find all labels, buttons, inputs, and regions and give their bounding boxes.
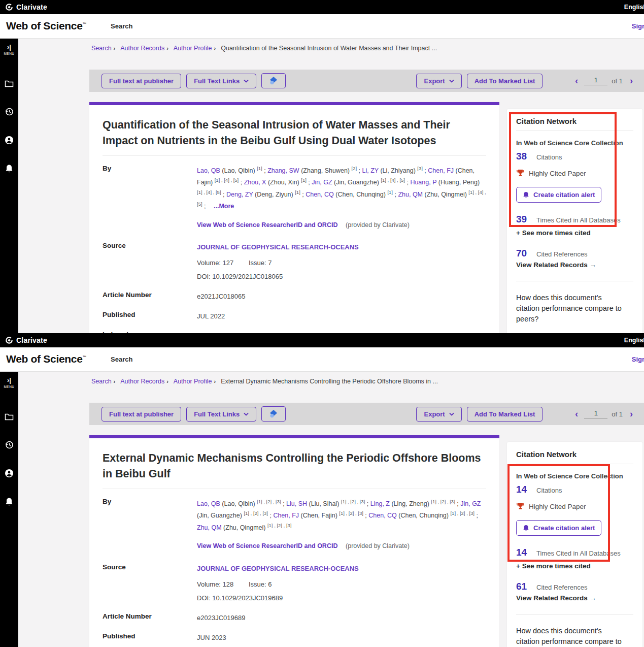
author-fullname: (Chen, Chunqing) <box>334 191 388 198</box>
next-page-button[interactable]: › <box>628 76 635 86</box>
collapse-menu-icon: ›| <box>7 377 11 383</box>
history-icon[interactable] <box>5 107 14 116</box>
account-icon[interactable] <box>5 136 14 145</box>
wos-trademark: ™ <box>83 355 87 360</box>
researcher-row: View Web of Science ResearcherID and ORC… <box>103 219 486 231</box>
see-more-times-cited-link[interactable]: + See more times cited <box>516 562 633 570</box>
create-citation-alert-button[interactable]: Create citation alert <box>516 187 601 203</box>
researcherid-orcid-link[interactable]: View Web of Science ResearcherID and ORC… <box>197 221 337 229</box>
volume-value: 128 <box>223 580 234 588</box>
field-label: Article Number <box>103 291 197 302</box>
issue-value: 6 <box>268 580 272 588</box>
previous-page-button[interactable]: ‹ <box>573 409 580 419</box>
cited-references-label[interactable]: Cited References <box>536 584 587 591</box>
author-link[interactable]: Chen, FJ <box>273 512 299 520</box>
author-link[interactable]: Huang, P <box>410 179 436 186</box>
signin-link[interactable]: Sign <box>632 355 644 363</box>
author-link[interactable]: Deng, ZY <box>226 191 253 198</box>
marked-list-folder-icon[interactable] <box>5 413 14 421</box>
breadcrumb-link[interactable]: Search <box>91 378 112 385</box>
author-fullname: (Li, Zhiyang) <box>379 167 417 174</box>
language-selector[interactable]: English <box>624 4 644 11</box>
author-link[interactable]: Liu, SH <box>286 500 307 507</box>
author-link[interactable]: Zhang, SW <box>267 167 299 174</box>
author-link[interactable]: Zhu, QM <box>197 524 222 531</box>
breadcrumb-link[interactable]: Author Records <box>120 378 164 385</box>
alerts-bell-icon[interactable] <box>5 164 13 173</box>
see-more-times-cited-link[interactable]: + See more times cited <box>516 229 633 237</box>
cited-references-count[interactable]: 61 <box>516 581 534 592</box>
times-cited-count[interactable]: 39 <box>516 214 534 225</box>
clarivate-logo[interactable]: Clarivate <box>5 3 47 11</box>
full-text-links-button[interactable]: Full Text Links <box>186 74 256 88</box>
breadcrumb-link[interactable]: Author Profile <box>174 45 212 52</box>
add-to-marked-list-button[interactable]: Add To Marked List <box>467 74 543 88</box>
breadcrumb-link[interactable]: Author Records <box>120 45 164 52</box>
citations-count[interactable]: 14 <box>516 484 534 495</box>
citations-label[interactable]: Citations <box>536 153 562 161</box>
alerts-bell-icon[interactable] <box>5 497 13 506</box>
author-link[interactable]: Ling, Z <box>370 500 390 507</box>
page-input[interactable]: 1 <box>584 76 607 85</box>
journal-link[interactable]: JOURNAL OF GEOPHYSICAL RESEARCH-OCEANS <box>197 242 486 253</box>
researcherid-orcid-link[interactable]: View Web of Science ResearcherID and ORC… <box>197 542 337 549</box>
nav-search[interactable]: Search <box>111 22 132 30</box>
source-label: Source <box>103 563 197 604</box>
create-citation-alert-button[interactable]: Create citation alert <box>516 520 601 536</box>
full-text-at-publisher-button[interactable]: Full text at publisher <box>101 407 181 422</box>
journal-link[interactable]: JOURNAL OF GEOPHYSICAL RESEARCH-OCEANS <box>197 563 486 574</box>
menu-toggle[interactable]: ›| MENU <box>4 44 14 55</box>
export-button[interactable]: Export <box>416 407 461 422</box>
author-affiliation-sup: [1] , [4] , [5] <box>381 177 405 183</box>
full-text-links-button[interactable]: Full Text Links <box>186 407 256 422</box>
cards-row: Quantification of the Seasonal Intrusion… <box>89 102 644 333</box>
nav-search[interactable]: Search <box>111 355 132 363</box>
export-button[interactable]: Export <box>416 74 461 88</box>
author-link[interactable]: Li, ZY <box>362 167 378 174</box>
view-related-records-link[interactable]: View Related Records → <box>516 594 633 602</box>
author-link[interactable]: Zhu, QM <box>398 191 423 198</box>
wos-logo[interactable]: Web of Science™ <box>6 353 86 365</box>
author-link[interactable]: Jin, GZ <box>312 179 332 186</box>
show-more-authors-link[interactable]: ...More <box>214 203 234 210</box>
author-link[interactable]: Jin, GZ <box>460 500 481 507</box>
next-page-button[interactable]: › <box>628 409 635 419</box>
cited-references-count[interactable]: 70 <box>516 248 534 259</box>
signin-link[interactable]: Sign <box>632 22 644 30</box>
language-selector[interactable]: English <box>624 337 644 344</box>
author-link[interactable]: Lao, QB <box>197 167 220 174</box>
author-link[interactable]: Chen, FJ <box>428 167 454 174</box>
cited-references-row: 61 Cited References <box>516 581 633 592</box>
marked-list-folder-icon[interactable] <box>5 80 14 88</box>
times-cited-count[interactable]: 14 <box>516 547 534 558</box>
history-icon[interactable] <box>5 440 14 449</box>
breadcrumb-chevron: › <box>214 378 216 384</box>
full-text-at-publisher-button[interactable]: Full text at publisher <box>101 74 181 88</box>
clarivate-logo[interactable]: Clarivate <box>5 336 47 344</box>
open-access-button[interactable] <box>261 73 286 88</box>
add-to-marked-list-button[interactable]: Add To Marked List <box>467 407 543 422</box>
author-link[interactable]: Lao, QB <box>197 500 220 507</box>
author-link[interactable]: Zhou, X <box>244 179 266 186</box>
arrow-right-icon: → <box>590 261 597 269</box>
page-input[interactable]: 1 <box>584 409 607 418</box>
view-related-records-link[interactable]: View Related Records → <box>516 261 633 269</box>
author-fullname: (Lao, Qibin) <box>220 500 257 507</box>
open-access-button[interactable] <box>261 406 286 422</box>
sidebar: ›| MENU <box>0 39 18 333</box>
divider <box>103 155 486 156</box>
previous-page-button[interactable]: ‹ <box>573 76 580 86</box>
menu-toggle[interactable]: ›| MENU <box>4 377 14 389</box>
cited-references-label[interactable]: Cited References <box>536 250 587 258</box>
author-link[interactable]: Chen, CQ <box>306 191 334 198</box>
field-row: PublishedJUL 2022 <box>103 311 486 322</box>
doi-label: DOI: <box>197 273 211 280</box>
author-link[interactable]: Chen, CQ <box>368 512 397 520</box>
account-icon[interactable] <box>5 469 14 478</box>
wos-logo[interactable]: Web of Science™ <box>6 20 86 32</box>
citations-count[interactable]: 38 <box>516 151 534 162</box>
breadcrumb-link[interactable]: Author Profile <box>174 378 212 385</box>
citations-label[interactable]: Citations <box>536 487 562 494</box>
pagination: ‹ 1 of 1 › <box>573 409 635 419</box>
breadcrumb-link[interactable]: Search <box>91 45 112 52</box>
